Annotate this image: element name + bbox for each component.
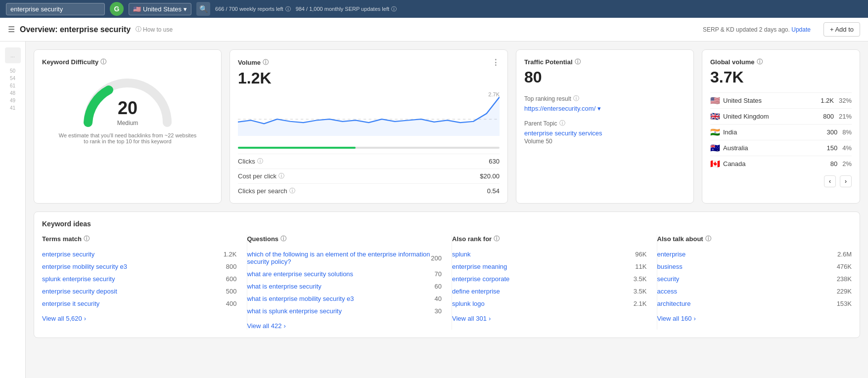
ki-col-also_talk_about: Also talk about ⓘ enterprise 2.6M busine…: [657, 235, 852, 330]
ki-link-also_talk_about-0[interactable]: enterprise: [657, 251, 686, 258]
ki-val-also_talk_about-1: 476K: [837, 263, 852, 270]
cpc-label: Cost per click ⓘ: [238, 172, 284, 180]
ki-view-all-link-questions[interactable]: View all 422 ›: [247, 322, 442, 330]
keyword-ideas-card: Keyword ideas Terms match ⓘ enterprise s…: [34, 211, 860, 338]
parent-topic-link[interactable]: enterprise security services: [524, 129, 602, 137]
top-ranking-info-icon[interactable]: ⓘ: [573, 94, 579, 103]
country-selector[interactable]: 🇺🇸 United States ▾: [129, 3, 191, 15]
ki-link-terms_match-0[interactable]: enterprise security: [42, 251, 94, 258]
global-info-icon[interactable]: ⓘ: [757, 58, 763, 66]
country-row-4: 🇨🇦 Canada 80 2%: [710, 156, 852, 171]
cpc-stat-row: Cost per click ⓘ $20.00: [238, 168, 500, 180]
info-icon: ⓘ: [285, 5, 291, 13]
traffic-info-icon[interactable]: ⓘ: [575, 58, 581, 66]
ki-link-terms_match-4[interactable]: enterprise it security: [42, 300, 99, 307]
kd-info-icon[interactable]: ⓘ: [100, 58, 106, 66]
ki-chevron-icon-also_talk_about: ›: [693, 315, 695, 322]
ki-link-also_talk_about-2[interactable]: security: [657, 275, 680, 283]
parent-topic-label: Parent Topic ⓘ: [524, 119, 685, 127]
country-pct-2: 8%: [842, 128, 852, 136]
country-flag-icon: 🇺🇸: [133, 5, 141, 13]
external-link-icon: ▾: [597, 105, 601, 112]
ki-link-also_talk_about-4[interactable]: architecture: [657, 300, 691, 307]
ki-link-questions-1[interactable]: what are enterprise security solutions: [247, 270, 354, 278]
ki-link-also_talk_about-1[interactable]: business: [657, 263, 683, 270]
ki-col-also_rank_for: Also rank for ⓘ splunk 96K enterprise me…: [452, 235, 657, 330]
global-number: 3.7K: [710, 68, 852, 86]
volume-card-title: Volume ⓘ ⋮: [238, 58, 500, 67]
ki-link-also_rank_for-0[interactable]: splunk: [452, 251, 471, 258]
info-icon2: ⓘ: [391, 5, 397, 13]
ki-col-title-questions: Questions ⓘ: [247, 235, 442, 243]
ki-chevron-icon-terms_match: ›: [84, 315, 86, 322]
ki-val-terms_match-4: 400: [226, 300, 237, 307]
country-pct-3: 4%: [842, 144, 852, 152]
ki-col-terms_match: Terms match ⓘ enterprise security 1.2K e…: [42, 235, 247, 330]
logo: G: [110, 2, 124, 16]
ki-row-also_rank_for-3: define enterprise 3.5K: [452, 285, 647, 297]
ki-link-terms_match-1[interactable]: enterprise mobility security e3: [42, 263, 127, 270]
ki-info-icon-also_talk_about[interactable]: ⓘ: [705, 235, 711, 243]
ki-link-terms_match-3[interactable]: enterprise security deposit: [42, 288, 117, 295]
ki-val-questions-0: 200: [431, 254, 442, 262]
ki-col-title-also_talk_about: Also talk about ⓘ: [657, 235, 852, 243]
menu-icon[interactable]: ☰: [8, 25, 15, 34]
ki-link-also_talk_about-3[interactable]: access: [657, 288, 677, 295]
country-vol-1: 800: [823, 113, 834, 120]
traffic-card: Traffic Potential ⓘ 80 Top ranking resul…: [516, 49, 694, 204]
ki-link-also_rank_for-1[interactable]: enterprise meaning: [452, 263, 507, 270]
ki-view-all-also_talk_about: View all 160 ›: [657, 315, 852, 322]
sidebar-score-50: 50: [0, 67, 25, 75]
country-pct-1: 21%: [839, 113, 852, 120]
volume-stats: Clicks ⓘ 630 Cost per click ⓘ $20.00: [238, 154, 500, 195]
country-row-3: 🇦🇺 Australia 150 4%: [710, 140, 852, 156]
volume-more-button[interactable]: ⋮: [492, 58, 500, 67]
ki-chevron-icon-also_rank_for: ›: [489, 315, 491, 322]
next-page-button[interactable]: ›: [840, 175, 852, 187]
ki-val-also_rank_for-1: 11K: [635, 263, 646, 270]
search-input[interactable]: [6, 3, 105, 15]
country-vol-4: 80: [830, 160, 837, 168]
ki-link-also_rank_for-2[interactable]: enterprise corporate: [452, 275, 509, 283]
ki-val-also_talk_about-2: 238K: [837, 275, 852, 283]
ki-row-questions-2: what is enterprise security 60: [247, 280, 442, 293]
ki-val-also_talk_about-3: 229K: [837, 288, 852, 295]
search-button[interactable]: 🔍: [196, 2, 210, 16]
country-flag-4: 🇨🇦: [710, 159, 720, 168]
ki-view-all-link-terms_match[interactable]: View all 5,620 ›: [42, 315, 237, 322]
ki-link-terms_match-2[interactable]: splunk enterprise security: [42, 275, 115, 283]
clicks-stat-row: Clicks ⓘ 630: [238, 154, 500, 166]
ki-view-all-link-also_talk_about[interactable]: View all 160 ›: [657, 315, 852, 322]
ki-link-also_rank_for-4[interactable]: splunk logo: [452, 300, 485, 307]
ki-info-icon-also_rank_for[interactable]: ⓘ: [494, 235, 500, 243]
cps-info-icon[interactable]: ⓘ: [289, 187, 295, 195]
update-link[interactable]: Update: [791, 26, 811, 33]
parent-topic-info-icon[interactable]: ⓘ: [559, 119, 565, 127]
top-ranking-link[interactable]: https://entersecurity.com/ ▾: [524, 105, 685, 112]
keyword-ideas-title: Keyword ideas: [42, 220, 852, 228]
ki-row-questions-3: what is enterprise mobility security e3 …: [247, 293, 442, 305]
chevron-down-icon: ▾: [183, 5, 187, 13]
volume-progress-bar: [238, 147, 500, 149]
cps-label: Clicks per search ⓘ: [238, 187, 295, 195]
ki-info-icon-questions[interactable]: ⓘ: [280, 235, 286, 243]
add-to-button[interactable]: + Add to: [823, 22, 860, 37]
cpc-info-icon[interactable]: ⓘ: [278, 172, 284, 180]
country-name-3: Australia: [723, 144, 824, 152]
main-layout: ... 50 54 61 48 49 41 Keyword Difficulty…: [0, 42, 868, 378]
ki-view-all-terms_match: View all 5,620 ›: [42, 315, 237, 322]
ki-link-questions-3[interactable]: what is enterprise mobility security e3: [247, 295, 354, 302]
ki-link-questions-4[interactable]: what is splunk enterprise security: [247, 307, 342, 315]
country-name-2: India: [723, 128, 824, 136]
ki-link-questions-2[interactable]: what is enterprise security: [247, 283, 321, 290]
ki-info-icon-terms_match[interactable]: ⓘ: [84, 235, 90, 243]
country-row-2: 🇮🇳 India 300 8%: [710, 124, 852, 140]
sidebar-item-1[interactable]: ...: [5, 47, 21, 63]
ki-link-also_rank_for-3[interactable]: define enterprise: [452, 288, 500, 295]
how-to-use-link[interactable]: ⓘ How to use: [136, 25, 173, 34]
ki-link-questions-0[interactable]: which of the following is an element of …: [247, 251, 431, 265]
ki-view-all-link-also_rank_for[interactable]: View all 301 ›: [452, 315, 647, 322]
volume-info-icon[interactable]: ⓘ: [263, 58, 269, 67]
prev-page-button[interactable]: ‹: [824, 175, 836, 187]
clicks-info-icon[interactable]: ⓘ: [257, 157, 263, 166]
